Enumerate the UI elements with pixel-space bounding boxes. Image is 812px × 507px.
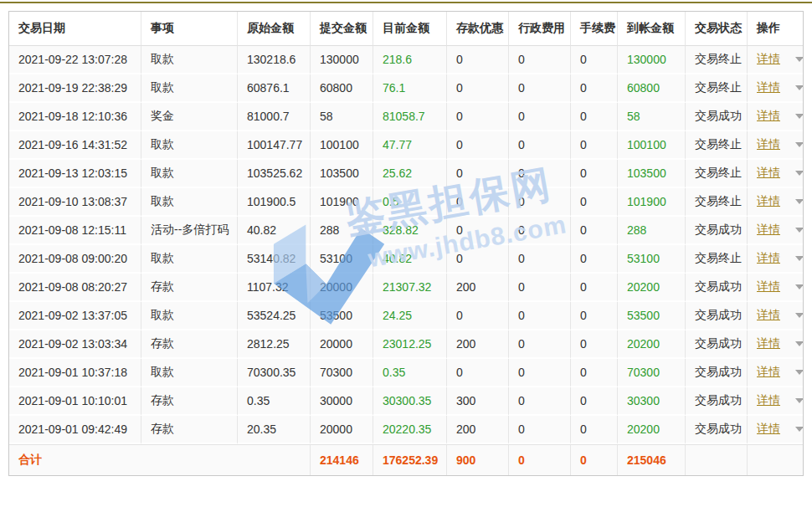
cell-received-amount: 60800 [618,74,686,103]
detail-link[interactable]: 详情 [757,52,780,65]
cell-date: 2021-09-02 13:03:34 [9,330,141,359]
cell-deposit-bonus: 0 [447,131,509,160]
dropdown-caret-icon[interactable] [795,57,803,62]
cell-date: 2021-09-18 12:10:36 [9,103,141,131]
detail-link[interactable]: 详情 [757,279,780,293]
cell-submitted-amount: 101900 [311,188,373,217]
cell-handling-fee: 0 [571,274,618,302]
cell-deposit-bonus: 0 [447,74,509,103]
cell-original-amount: 40.82 [238,217,311,245]
cell-admin-fee: 0 [509,330,571,359]
cell-admin-fee: 0 [509,359,571,387]
cell-deposit-bonus: 0 [447,188,509,217]
detail-link[interactable]: 详情 [757,365,780,378]
table-row: 2021-09-19 22:38:29 取款 60876.1 60800 76.… [9,74,803,103]
dropdown-caret-icon[interactable] [795,284,803,289]
detail-link[interactable]: 详情 [757,393,780,407]
cell-item: 取款 [141,302,238,330]
table-row: 2021-09-02 13:37:05 取款 53524.25 53500 24… [9,302,803,330]
cell-current-amount: 47.77 [373,131,447,160]
col-header-item: 事项 [141,12,238,46]
cell-handling-fee: 0 [571,131,618,160]
dropdown-caret-icon[interactable] [795,228,803,233]
cell-action: 详情 [748,302,803,330]
detail-link[interactable]: 详情 [757,166,780,179]
cell-current-amount: 24.25 [373,302,447,330]
cell-action: 详情 [748,131,803,160]
detail-link[interactable]: 详情 [757,223,780,236]
cell-handling-fee: 0 [571,160,618,188]
cell-original-amount: 2812.25 [238,330,311,359]
cell-current-amount: 21307.32 [373,274,447,302]
detail-link[interactable]: 详情 [757,109,780,122]
cell-date: 2021-09-19 22:38:29 [9,74,141,103]
cell-status: 交易成功 [686,302,748,330]
col-header-received-amount: 到帐金额 [618,12,686,46]
dropdown-caret-icon[interactable] [795,171,803,176]
cell-submitted-amount: 53100 [311,245,373,274]
detail-link[interactable]: 详情 [757,422,780,435]
cell-admin-fee: 0 [509,387,571,416]
total-action-empty [748,444,803,475]
col-header-deposit-bonus: 存款优惠 [447,12,509,46]
cell-date: 2021-09-08 08:20:27 [9,274,141,302]
dropdown-caret-icon[interactable] [795,370,803,375]
cell-current-amount: 30300.35 [373,387,447,416]
dropdown-caret-icon[interactable] [795,341,803,346]
table-row: 2021-09-22 13:07:28 取款 130218.6 130000 2… [9,46,803,74]
total-status-empty [686,444,748,475]
cell-handling-fee: 0 [571,416,618,444]
table-row: 2021-09-02 13:03:34 存款 2812.25 20000 230… [9,330,803,359]
detail-link[interactable]: 详情 [757,251,780,264]
cell-current-amount: 20220.35 [373,416,447,444]
cell-original-amount: 130218.6 [238,46,311,74]
total-current-amount: 176252.39 [373,444,447,475]
detail-link[interactable]: 详情 [757,80,780,94]
dropdown-caret-icon[interactable] [795,199,803,204]
cell-submitted-amount: 20000 [311,274,373,302]
cell-received-amount: 288 [618,217,686,245]
cell-deposit-bonus: 200 [447,274,509,302]
cell-deposit-bonus: 0 [447,359,509,387]
cell-submitted-amount: 103500 [311,160,373,188]
cell-item: 存款 [141,330,238,359]
total-deposit-bonus: 900 [447,444,509,475]
cell-original-amount: 1107.32 [238,274,311,302]
dropdown-caret-icon[interactable] [795,142,803,147]
cell-submitted-amount: 130000 [311,46,373,74]
cell-submitted-amount: 30000 [311,387,373,416]
col-header-status: 交易状态 [686,12,748,46]
cell-date: 2021-09-08 09:00:20 [9,245,141,274]
cell-date: 2021-09-08 12:15:11 [9,217,141,245]
cell-original-amount: 81000.7 [238,103,311,131]
cell-item: 取款 [141,131,238,160]
dropdown-caret-icon[interactable] [795,114,803,119]
cell-deposit-bonus: 0 [447,103,509,131]
cell-status: 交易终止 [686,46,748,74]
cell-action: 详情 [748,245,803,274]
cell-handling-fee: 0 [571,245,618,274]
dropdown-caret-icon[interactable] [795,398,803,403]
detail-link[interactable]: 详情 [757,137,780,151]
cell-original-amount: 60876.1 [238,74,311,103]
table-row: 2021-09-16 14:31:52 取款 100147.77 100100 … [9,131,803,160]
total-admin-fee: 0 [509,444,571,475]
detail-link[interactable]: 详情 [757,308,780,321]
cell-submitted-amount: 70300 [311,359,373,387]
dropdown-caret-icon[interactable] [795,256,803,261]
dropdown-caret-icon[interactable] [795,427,803,432]
cell-original-amount: 103525.62 [238,160,311,188]
dropdown-caret-icon[interactable] [795,85,803,90]
dropdown-caret-icon[interactable] [795,313,803,318]
table-row: 2021-09-18 12:10:36 奖金 81000.7 58 81058.… [9,103,803,131]
cell-current-amount: 0.35 [373,359,447,387]
cell-received-amount: 30300 [618,387,686,416]
cell-date: 2021-09-01 09:42:49 [9,416,141,444]
cell-received-amount: 130000 [618,46,686,74]
cell-received-amount: 53100 [618,245,686,274]
col-header-admin-fee: 行政费用 [509,12,571,46]
cell-admin-fee: 0 [509,74,571,103]
detail-link[interactable]: 详情 [757,336,780,350]
detail-link[interactable]: 详情 [757,194,780,207]
cell-received-amount: 101900 [618,188,686,217]
